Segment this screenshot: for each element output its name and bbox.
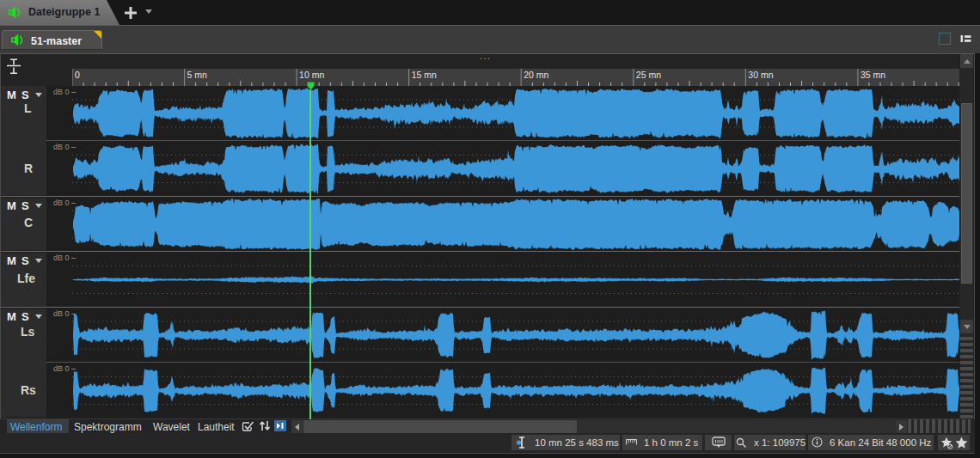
svg-text:10 mn: 10 mn: [299, 70, 324, 80]
svg-text:30 mn: 30 mn: [748, 70, 773, 80]
svg-text:35 mn: 35 mn: [861, 70, 885, 80]
svg-text:25 mn: 25 mn: [636, 70, 661, 80]
svg-text:20 mn: 20 mn: [524, 70, 548, 80]
svg-text:5 mn: 5 mn: [187, 70, 208, 80]
svg-text:15 mn: 15 mn: [412, 70, 437, 80]
svg-text:0: 0: [75, 70, 80, 80]
